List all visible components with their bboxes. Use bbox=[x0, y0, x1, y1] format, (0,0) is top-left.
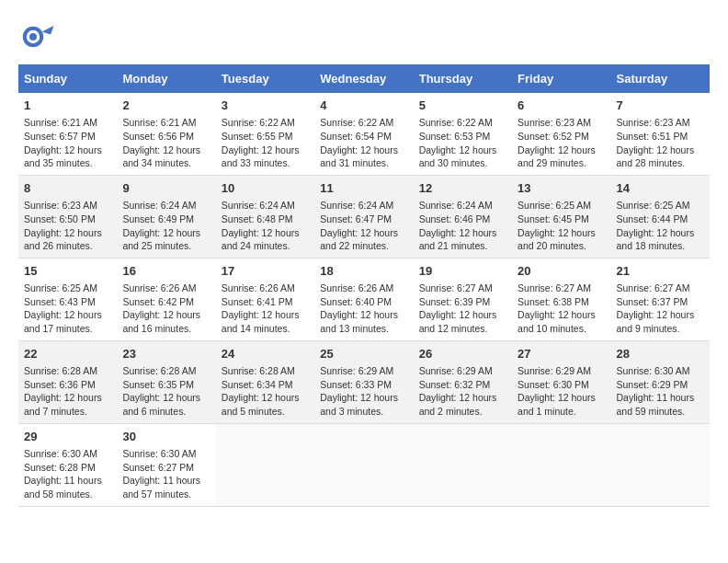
calendar-week-row: 29 Sunrise: 6:30 AM Sunset: 6:28 PM Dayl… bbox=[18, 423, 710, 506]
daylight-label: Daylight: 12 hours and 21 minutes. bbox=[419, 227, 497, 252]
table-row: 8 Sunrise: 6:23 AM Sunset: 6:50 PM Dayli… bbox=[18, 175, 117, 258]
daylight-label: Daylight: 12 hours and 31 minutes. bbox=[320, 144, 398, 169]
sunrise-label: Sunrise: 6:22 AM bbox=[320, 117, 393, 128]
sunrise-label: Sunrise: 6:23 AM bbox=[617, 117, 690, 128]
day-number: 3 bbox=[222, 98, 309, 114]
sunset-label: Sunset: 6:37 PM bbox=[617, 296, 688, 307]
sunset-label: Sunset: 6:29 PM bbox=[617, 379, 688, 390]
daylight-label: Daylight: 12 hours and 24 minutes. bbox=[222, 227, 300, 252]
sunrise-label: Sunrise: 6:26 AM bbox=[320, 282, 393, 293]
sunrise-label: Sunrise: 6:28 AM bbox=[222, 365, 295, 376]
sunrise-label: Sunrise: 6:30 AM bbox=[24, 448, 97, 459]
daylight-label: Daylight: 11 hours and 58 minutes. bbox=[24, 475, 102, 500]
day-number: 9 bbox=[122, 180, 210, 197]
col-friday: Friday bbox=[512, 64, 610, 93]
sunset-label: Sunset: 6:48 PM bbox=[222, 213, 293, 224]
day-number: 19 bbox=[419, 263, 506, 280]
table-row: 9 Sunrise: 6:24 AM Sunset: 6:49 PM Dayli… bbox=[117, 175, 215, 258]
table-row: 21 Sunrise: 6:27 AM Sunset: 6:37 PM Dayl… bbox=[611, 258, 710, 340]
table-row: 10 Sunrise: 6:24 AM Sunset: 6:48 PM Dayl… bbox=[216, 175, 314, 258]
table-row: 24 Sunrise: 6:28 AM Sunset: 6:34 PM Dayl… bbox=[216, 340, 314, 423]
sunset-label: Sunset: 6:43 PM bbox=[24, 296, 96, 307]
table-row: 18 Sunrise: 6:26 AM Sunset: 6:40 PM Dayl… bbox=[314, 258, 413, 340]
sunrise-label: Sunrise: 6:24 AM bbox=[419, 200, 493, 211]
table-row: 6 Sunrise: 6:23 AM Sunset: 6:52 PM Dayli… bbox=[512, 93, 610, 175]
sunrise-label: Sunrise: 6:26 AM bbox=[222, 282, 295, 293]
daylight-label: Daylight: 12 hours and 18 minutes. bbox=[617, 227, 695, 252]
sunset-label: Sunset: 6:52 PM bbox=[518, 131, 589, 142]
sunset-label: Sunset: 6:45 PM bbox=[518, 213, 589, 224]
calendar-header-row: Sunday Monday Tuesday Wednesday Thursday… bbox=[18, 64, 710, 93]
sunrise-label: Sunrise: 6:27 AM bbox=[518, 282, 591, 293]
calendar-week-row: 15 Sunrise: 6:25 AM Sunset: 6:43 PM Dayl… bbox=[18, 258, 710, 340]
sunset-label: Sunset: 6:30 PM bbox=[518, 379, 589, 390]
daylight-label: Daylight: 12 hours and 29 minutes. bbox=[518, 144, 596, 169]
calendar-week-row: 22 Sunrise: 6:28 AM Sunset: 6:36 PM Dayl… bbox=[18, 340, 710, 423]
table-row: 13 Sunrise: 6:25 AM Sunset: 6:45 PM Dayl… bbox=[512, 175, 610, 258]
sunset-label: Sunset: 6:47 PM bbox=[320, 213, 392, 224]
sunset-label: Sunset: 6:34 PM bbox=[222, 379, 293, 390]
sunset-label: Sunset: 6:40 PM bbox=[320, 296, 392, 307]
day-number: 2 bbox=[122, 98, 210, 114]
logo bbox=[18, 18, 61, 55]
day-number: 26 bbox=[419, 346, 506, 362]
day-number: 8 bbox=[24, 180, 111, 197]
table-row: 28 Sunrise: 6:30 AM Sunset: 6:29 PM Dayl… bbox=[611, 340, 710, 423]
daylight-label: Daylight: 12 hours and 35 minutes. bbox=[24, 144, 102, 169]
daylight-label: Daylight: 12 hours and 26 minutes. bbox=[24, 227, 102, 252]
day-number: 23 bbox=[122, 346, 210, 362]
table-row: 4 Sunrise: 6:22 AM Sunset: 6:54 PM Dayli… bbox=[314, 93, 413, 175]
sunrise-label: Sunrise: 6:24 AM bbox=[122, 200, 196, 211]
daylight-label: Daylight: 12 hours and 3 minutes. bbox=[320, 392, 398, 417]
table-row: 23 Sunrise: 6:28 AM Sunset: 6:35 PM Dayl… bbox=[117, 340, 215, 423]
day-number: 4 bbox=[320, 98, 407, 114]
daylight-label: Daylight: 12 hours and 34 minutes. bbox=[122, 144, 200, 169]
day-number: 21 bbox=[617, 263, 704, 280]
sunrise-label: Sunrise: 6:30 AM bbox=[617, 365, 690, 376]
day-number: 24 bbox=[222, 346, 309, 362]
sunset-label: Sunset: 6:57 PM bbox=[24, 131, 96, 142]
sunset-label: Sunset: 6:39 PM bbox=[419, 296, 491, 307]
daylight-label: Daylight: 12 hours and 25 minutes. bbox=[122, 227, 200, 252]
sunrise-label: Sunrise: 6:25 AM bbox=[617, 200, 690, 211]
sunrise-label: Sunrise: 6:28 AM bbox=[122, 365, 196, 376]
logo-icon bbox=[18, 18, 55, 55]
sunset-label: Sunset: 6:41 PM bbox=[222, 296, 293, 307]
sunrise-label: Sunrise: 6:24 AM bbox=[222, 200, 295, 211]
daylight-label: Daylight: 12 hours and 10 minutes. bbox=[518, 309, 596, 334]
sunset-label: Sunset: 6:42 PM bbox=[122, 296, 194, 307]
table-row bbox=[314, 423, 413, 506]
sunset-label: Sunset: 6:44 PM bbox=[617, 213, 688, 224]
col-monday: Monday bbox=[117, 64, 215, 93]
sunset-label: Sunset: 6:56 PM bbox=[122, 131, 194, 142]
sunrise-label: Sunrise: 6:21 AM bbox=[122, 117, 196, 128]
table-row: 7 Sunrise: 6:23 AM Sunset: 6:51 PM Dayli… bbox=[611, 93, 710, 175]
table-row bbox=[414, 423, 512, 506]
sunrise-label: Sunrise: 6:27 AM bbox=[419, 282, 493, 293]
sunset-label: Sunset: 6:51 PM bbox=[617, 131, 688, 142]
sunset-label: Sunset: 6:28 PM bbox=[24, 462, 96, 473]
table-row: 12 Sunrise: 6:24 AM Sunset: 6:46 PM Dayl… bbox=[414, 175, 512, 258]
sunset-label: Sunset: 6:46 PM bbox=[419, 213, 491, 224]
sunrise-label: Sunrise: 6:26 AM bbox=[122, 282, 196, 293]
daylight-label: Daylight: 12 hours and 16 minutes. bbox=[122, 309, 200, 334]
sunrise-label: Sunrise: 6:21 AM bbox=[24, 117, 97, 128]
table-row: 3 Sunrise: 6:22 AM Sunset: 6:55 PM Dayli… bbox=[216, 93, 314, 175]
col-thursday: Thursday bbox=[414, 64, 512, 93]
daylight-label: Daylight: 12 hours and 30 minutes. bbox=[419, 144, 497, 169]
daylight-label: Daylight: 12 hours and 7 minutes. bbox=[24, 392, 102, 417]
day-number: 12 bbox=[419, 180, 506, 197]
day-number: 30 bbox=[122, 429, 210, 445]
day-number: 7 bbox=[617, 98, 704, 114]
col-wednesday: Wednesday bbox=[314, 64, 413, 93]
daylight-label: Daylight: 12 hours and 2 minutes. bbox=[419, 392, 497, 417]
sunset-label: Sunset: 6:32 PM bbox=[419, 379, 491, 390]
table-row: 5 Sunrise: 6:22 AM Sunset: 6:53 PM Dayli… bbox=[414, 93, 512, 175]
page-header bbox=[18, 18, 710, 55]
sunrise-label: Sunrise: 6:29 AM bbox=[320, 365, 393, 376]
sunrise-label: Sunrise: 6:23 AM bbox=[24, 200, 97, 211]
table-row: 1 Sunrise: 6:21 AM Sunset: 6:57 PM Dayli… bbox=[18, 93, 117, 175]
sunset-label: Sunset: 6:38 PM bbox=[518, 296, 589, 307]
table-row: 11 Sunrise: 6:24 AM Sunset: 6:47 PM Dayl… bbox=[314, 175, 413, 258]
table-row: 2 Sunrise: 6:21 AM Sunset: 6:56 PM Dayli… bbox=[117, 93, 215, 175]
